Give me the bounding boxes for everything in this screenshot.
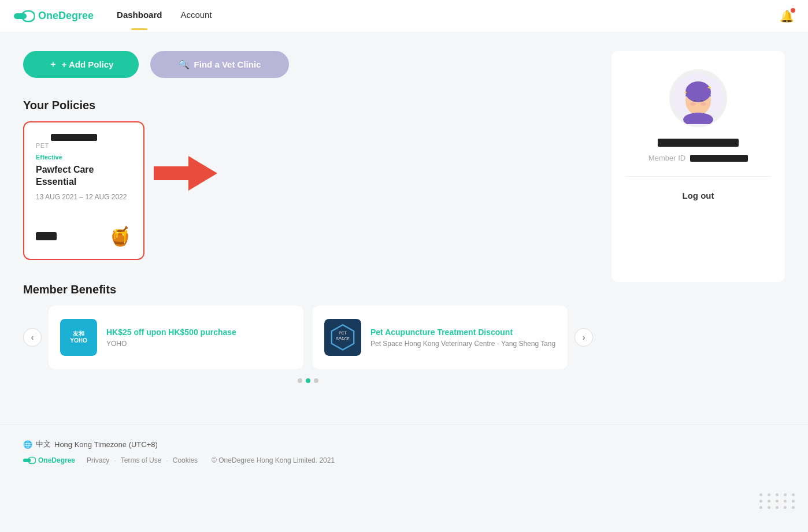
policy-plan: Pawfect Care Essential	[36, 164, 132, 188]
yoho-logo-image: 友和YOHO	[60, 319, 97, 356]
svg-rect-14	[23, 459, 31, 462]
policy-card[interactable]: PET Effective Pawfect Care Essential 13 …	[23, 121, 144, 260]
logo[interactable]: OneDegree	[14, 10, 94, 23]
svg-rect-0	[14, 13, 27, 19]
sep1: ·	[114, 456, 116, 464]
svg-text:PET: PET	[339, 330, 347, 336]
search-icon: 🔍	[179, 59, 190, 70]
svg-marker-2	[154, 156, 217, 191]
benefit-info-yoho: HK$25 off upon HK$500 purchase YOHO	[106, 327, 292, 348]
footer-privacy[interactable]: Privacy	[87, 456, 109, 464]
policies-list: PET Effective Pawfect Care Essential 13 …	[23, 121, 593, 260]
svg-point-10	[700, 102, 706, 106]
divider	[625, 176, 771, 177]
red-arrow-icon	[154, 156, 217, 191]
sep2: ·	[166, 456, 168, 464]
footer-cookies[interactable]: Cookies	[173, 456, 198, 464]
policy-dates: 13 AUG 2021 – 12 AUG 2022	[36, 193, 132, 201]
svg-point-9	[690, 102, 696, 106]
main-content: ＋ + Add Policy 🔍 Find a Vet Clinic Your …	[23, 51, 593, 406]
benefit-info-petspace: Pet Acupuncture Treatment Discount Pet S…	[370, 327, 556, 348]
footer: 🌐 中文 Hong Kong Timezone (UTC+8) OneDegre…	[0, 425, 808, 478]
policy-price-redacted	[36, 232, 57, 240]
nav-account[interactable]: Account	[180, 10, 212, 22]
carousel-prev[interactable]: ‹	[23, 328, 42, 347]
footer-logo: OneDegree	[23, 456, 75, 464]
benefit-subtitle-yoho: YOHO	[106, 340, 292, 348]
chevron-right-icon: ›	[583, 333, 585, 342]
nav-dashboard[interactable]: Dashboard	[117, 10, 162, 22]
chevron-left-icon: ‹	[31, 333, 34, 342]
policies-title: Your Policies	[23, 99, 593, 112]
svg-text:✦: ✦	[684, 90, 688, 95]
lang-label[interactable]: 中文	[36, 439, 51, 449]
benefits-title: Member Benefits	[23, 283, 593, 296]
policies-section: Your Policies PET Effective Pawfect Care…	[23, 99, 593, 260]
find-vet-button[interactable]: 🔍 Find a Vet Clinic	[150, 51, 289, 78]
footer-links: OneDegree Privacy · Terms of Use · Cooki…	[23, 456, 785, 464]
benefit-card-yoho[interactable]: 友和YOHO HK$25 off upon HK$500 purchase YO…	[49, 306, 303, 369]
user-name-redacted	[658, 139, 739, 147]
notification-dot	[791, 8, 795, 13]
footer-logo-text: OneDegree	[38, 456, 75, 464]
member-id-label: Member ID	[648, 154, 685, 162]
pet-icon: 🍯	[109, 225, 132, 247]
avatar-illustration: ✦ ✦	[672, 72, 724, 124]
logo-text: OneDegree	[38, 10, 94, 22]
sidebar: ✦ ✦ Member ID Log out	[611, 51, 785, 282]
dot-2[interactable]	[306, 378, 310, 383]
logout-button[interactable]: Log out	[683, 191, 714, 200]
benefit-title-petspace: Pet Acupuncture Treatment Discount	[370, 327, 556, 337]
timezone-label: Hong Kong Timezone (UTC+8)	[54, 440, 158, 449]
footer-copyright: © OneDegree Hong Kong Limited. 2021	[212, 456, 335, 464]
carousel-container: ‹ 友和YOHO HK$25 off upon HK$500 purchase …	[23, 306, 593, 369]
benefits-section: Member Benefits ‹ 友和YOHO HK$25 off	[23, 283, 593, 383]
member-id-row: Member ID	[648, 154, 748, 162]
carousel-next[interactable]: ›	[575, 328, 593, 347]
policy-type: PET	[36, 134, 132, 149]
header-right: 🔔	[780, 9, 794, 23]
policy-status: Effective	[36, 154, 132, 161]
footer-lang: 🌐 中文 Hong Kong Timezone (UTC+8)	[23, 439, 785, 449]
benefit-card-petspace[interactable]: PET SPACE Pet Acupuncture Treatment Disc…	[313, 306, 568, 369]
policy-footer: 🍯	[36, 225, 132, 247]
action-buttons: ＋ + Add Policy 🔍 Find a Vet Clinic	[23, 51, 593, 78]
petspace-logo-image: PET SPACE	[324, 319, 361, 356]
globe-icon: 🌐	[23, 440, 32, 449]
benefit-subtitle-petspace: Pet Space Hong Kong Veterinary Centre - …	[370, 340, 556, 348]
plus-icon: ＋	[49, 59, 57, 70]
avatar: ✦ ✦	[669, 69, 727, 127]
benefit-title-yoho: HK$25 off upon HK$500 purchase	[106, 327, 292, 337]
policy-name-redacted	[51, 134, 97, 141]
deco-dots	[759, 493, 796, 509]
svg-text:SPACE: SPACE	[336, 336, 350, 341]
member-id-redacted	[690, 155, 748, 162]
find-vet-label: Find a Vet Clinic	[194, 59, 261, 69]
petspace-logo: PET SPACE	[324, 319, 361, 356]
benefits-cards: 友和YOHO HK$25 off upon HK$500 purchase YO…	[49, 306, 568, 369]
arrow-pointer	[154, 121, 217, 191]
add-policy-button[interactable]: ＋ + Add Policy	[23, 51, 139, 78]
main-layout: ＋ + Add Policy 🔍 Find a Vet Clinic Your …	[0, 32, 808, 425]
footer-terms[interactable]: Terms of Use	[121, 456, 162, 464]
svg-text:✦: ✦	[707, 84, 711, 91]
add-policy-label: + Add Policy	[62, 59, 114, 69]
header: OneDegree Dashboard Account 🔔	[0, 0, 808, 32]
yoho-logo: 友和YOHO	[60, 319, 97, 356]
main-nav: Dashboard Account	[117, 10, 780, 22]
notification-bell[interactable]: 🔔	[780, 9, 794, 23]
carousel-dots	[23, 378, 593, 383]
dot-1[interactable]	[298, 378, 302, 383]
dot-3[interactable]	[314, 378, 318, 383]
